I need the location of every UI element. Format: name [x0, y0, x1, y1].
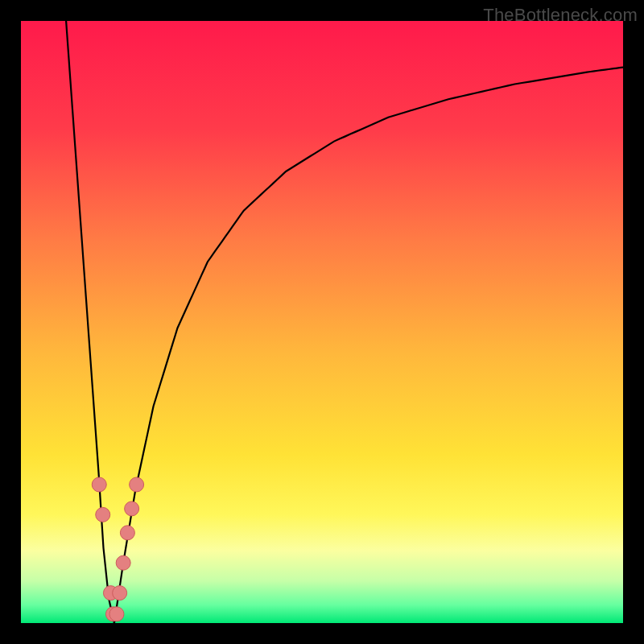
data-marker	[120, 526, 134, 540]
chart-frame	[21, 21, 623, 623]
data-marker	[130, 477, 144, 492]
watermark-text: TheBottleneck.com	[483, 5, 638, 26]
chart-background	[21, 21, 623, 623]
data-marker	[125, 502, 139, 516]
data-marker	[96, 507, 110, 522]
chart-svg	[21, 21, 623, 623]
data-marker	[92, 477, 106, 492]
data-marker	[113, 586, 127, 601]
data-marker	[116, 555, 130, 570]
data-marker	[109, 607, 124, 621]
